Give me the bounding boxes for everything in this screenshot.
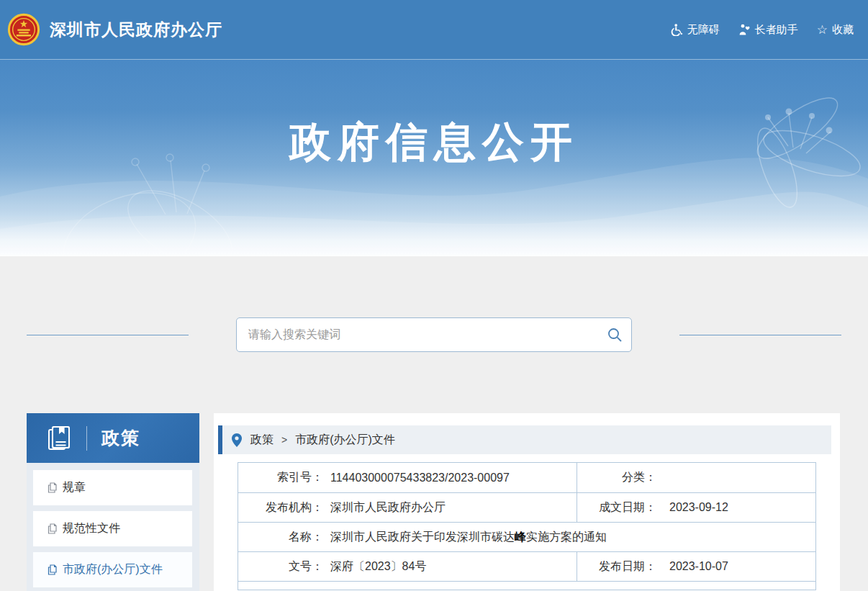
table-row-docnumber-publishdate: 文号： 深府〔2023〕84号 发布日期： 2023-10-07 bbox=[238, 551, 815, 581]
publish-date-label: 发布日期： bbox=[577, 559, 656, 574]
site-brand: 深圳市人民政府办公厅 bbox=[7, 13, 222, 46]
document-info-table: 索引号： 114403000075433823/2023-00097 分类： 发… bbox=[238, 462, 816, 590]
document-name: 深圳市人民政府关于印发深圳市碳达峰实施方案的通知 bbox=[330, 530, 607, 545]
sidebar-item-label: 规范性文件 bbox=[63, 521, 120, 536]
index-label: 索引号： bbox=[238, 470, 323, 485]
search-input[interactable] bbox=[236, 317, 632, 352]
document-icon bbox=[48, 523, 57, 534]
site-title: 深圳市人民政府办公厅 bbox=[50, 19, 222, 41]
doc-number-cell: 文号： 深府〔2023〕84号 bbox=[238, 552, 577, 581]
sidebar-title: 政策 bbox=[101, 426, 140, 450]
table-row-publisher-date: 发布机构： 深圳市人民政府办公厅 成文日期： 2023-09-12 bbox=[238, 492, 815, 522]
elder-assist-icon bbox=[738, 24, 751, 35]
search-icon[interactable] bbox=[607, 327, 623, 343]
written-date-cell: 成文日期： 2023-09-12 bbox=[577, 493, 815, 522]
sidebar-header: 政策 bbox=[27, 413, 199, 463]
index-cell: 索引号： 114403000075433823/2023-00097 bbox=[238, 463, 577, 492]
accessibility-link[interactable]: 无障碍 bbox=[671, 23, 720, 37]
index-value: 114403000075433823/2023-00097 bbox=[330, 472, 510, 484]
category-cell: 分类： bbox=[577, 463, 815, 492]
page-banner: 政府信息公开 bbox=[0, 60, 868, 256]
breadcrumb: 政策 > 市政府(办公厅)文件 bbox=[218, 425, 831, 454]
content-panel: 政策 > 市政府(办公厅)文件 索引号： 114403000075433823/… bbox=[214, 413, 840, 591]
main-wrapper: 政策 规章 规范性文件 bbox=[0, 413, 868, 591]
written-date-label: 成文日期： bbox=[577, 500, 656, 515]
name-cell: 名称： 深圳市人民政府关于印发深圳市碳达峰实施方案的通知 bbox=[238, 523, 815, 551]
sidebar-menu: 规章 规范性文件 市政府(办公厅)文件 bbox=[27, 463, 199, 587]
document-icon bbox=[48, 482, 57, 493]
publisher-value: 深圳市人民政府办公厅 bbox=[330, 500, 446, 515]
right-decor-line bbox=[679, 335, 841, 335]
site-header: 深圳市人民政府办公厅 无障碍 长者助手 ☆ 收藏 bbox=[0, 0, 868, 60]
sidebar-item-regulations[interactable]: 规章 bbox=[33, 470, 192, 505]
publish-date-cell: 发布日期： 2023-10-07 bbox=[577, 552, 815, 581]
left-decor-line bbox=[27, 335, 189, 335]
breadcrumb-root[interactable]: 政策 bbox=[250, 433, 273, 448]
sidebar-item-label: 市政府(办公厅)文件 bbox=[63, 562, 163, 577]
publisher-cell: 发布机构： 深圳市人民政府办公厅 bbox=[238, 493, 577, 522]
breadcrumb-current: 市政府(办公厅)文件 bbox=[295, 433, 395, 448]
elder-assist-link[interactable]: 长者助手 bbox=[738, 23, 798, 37]
star-icon: ☆ bbox=[817, 24, 828, 36]
elder-assist-label: 长者助手 bbox=[755, 23, 798, 37]
banner-title: 政府信息公开 bbox=[0, 60, 868, 171]
wheelchair-icon bbox=[671, 24, 683, 36]
doc-number-label: 文号： bbox=[238, 559, 323, 574]
publisher-label: 发布机构： bbox=[238, 500, 323, 515]
written-date-value: 2023-09-12 bbox=[669, 501, 728, 514]
highlighted-keyword: 峰 bbox=[515, 531, 526, 543]
sidebar: 政策 规章 规范性文件 bbox=[27, 413, 199, 591]
favorite-label: 收藏 bbox=[832, 23, 854, 37]
publish-date-value: 2023-10-07 bbox=[669, 560, 728, 573]
doc-number-value: 深府〔2023〕84号 bbox=[330, 559, 426, 574]
table-row-partial bbox=[238, 581, 815, 590]
location-pin-icon bbox=[232, 433, 242, 447]
favorite-link[interactable]: ☆ 收藏 bbox=[817, 23, 854, 37]
policy-books-icon bbox=[45, 424, 74, 453]
search-box bbox=[236, 317, 632, 352]
breadcrumb-separator: > bbox=[281, 434, 287, 446]
table-row-name: 名称： 深圳市人民政府关于印发深圳市碳达峰实施方案的通知 bbox=[238, 522, 815, 551]
sidebar-item-label: 规章 bbox=[63, 480, 86, 495]
content-area: 政策 规章 规范性文件 bbox=[0, 256, 868, 591]
category-label: 分类： bbox=[577, 470, 656, 485]
sidebar-header-divider bbox=[86, 426, 87, 451]
utility-links: 无障碍 长者助手 ☆ 收藏 bbox=[671, 23, 854, 37]
document-icon bbox=[48, 564, 57, 575]
search-section bbox=[0, 317, 868, 353]
national-emblem-logo bbox=[7, 13, 40, 46]
name-label: 名称： bbox=[238, 530, 323, 545]
sidebar-item-normative-documents[interactable]: 规范性文件 bbox=[33, 511, 192, 546]
table-row-index-category: 索引号： 114403000075433823/2023-00097 分类： bbox=[238, 463, 815, 492]
accessibility-label: 无障碍 bbox=[687, 23, 720, 37]
sidebar-item-municipal-government-documents[interactable]: 市政府(办公厅)文件 bbox=[33, 552, 192, 587]
